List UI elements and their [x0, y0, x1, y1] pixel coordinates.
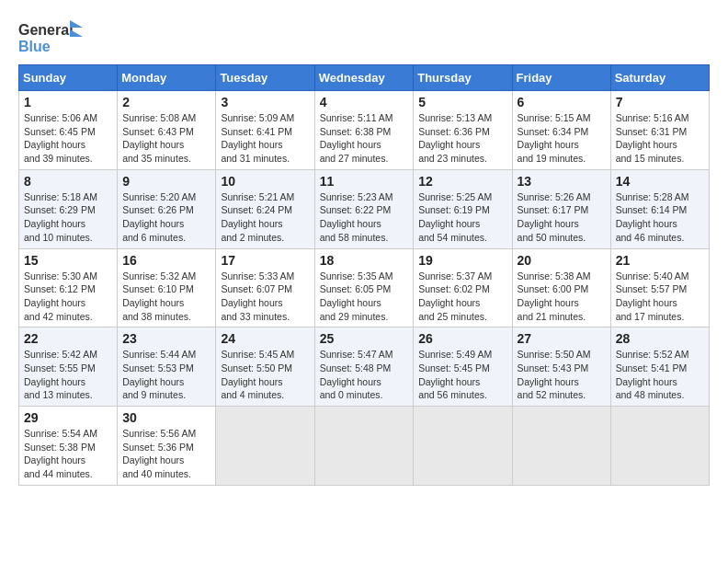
day-info-23: Sunrise: 5:44 AMSunset: 5:53 PMDaylight …: [122, 348, 210, 402]
day-number-21: 21: [616, 253, 704, 268]
empty-cell: [414, 407, 512, 486]
day-cell-1: 1Sunrise: 5:06 AMSunset: 6:45 PMDaylight…: [19, 91, 118, 170]
day-number-9: 9: [122, 174, 210, 189]
day-cell-30: 30Sunrise: 5:56 AMSunset: 5:36 PMDayligh…: [118, 407, 216, 486]
day-info-28: Sunrise: 5:52 AMSunset: 5:41 PMDaylight …: [616, 348, 704, 402]
day-number-13: 13: [518, 174, 606, 189]
week-row-2: 8Sunrise: 5:18 AMSunset: 6:29 PMDaylight…: [19, 169, 710, 248]
day-number-28: 28: [616, 331, 704, 346]
day-info-4: Sunrise: 5:11 AMSunset: 6:38 PMDaylight …: [320, 111, 409, 166]
day-info-11: Sunrise: 5:23 AMSunset: 6:22 PMDaylight …: [320, 190, 409, 245]
day-number-8: 8: [24, 174, 112, 189]
day-number-5: 5: [418, 95, 506, 109]
svg-text:Blue: Blue: [18, 39, 51, 54]
day-info-3: Sunrise: 5:09 AMSunset: 6:41 PMDaylight …: [221, 111, 309, 166]
day-number-12: 12: [418, 174, 506, 189]
day-info-5: Sunrise: 5:13 AMSunset: 6:36 PMDaylight …: [418, 111, 506, 166]
week-row-4: 22Sunrise: 5:42 AMSunset: 5:55 PMDayligh…: [19, 327, 710, 407]
day-info-27: Sunrise: 5:50 AMSunset: 5:43 PMDaylight …: [518, 348, 606, 402]
day-cell-24: 24Sunrise: 5:45 AMSunset: 5:50 PMDayligh…: [216, 327, 314, 407]
calendar-table: SundayMondayTuesdayWednesdayThursdayFrid…: [18, 64, 710, 486]
day-info-22: Sunrise: 5:42 AMSunset: 5:55 PMDaylight …: [24, 348, 112, 402]
day-number-17: 17: [221, 253, 309, 268]
day-cell-17: 17Sunrise: 5:33 AMSunset: 6:07 PMDayligh…: [216, 248, 314, 327]
day-cell-4: 4Sunrise: 5:11 AMSunset: 6:38 PMDaylight…: [314, 91, 414, 170]
col-header-saturday: Saturday: [610, 65, 709, 91]
svg-marker-3: [70, 29, 83, 37]
day-number-2: 2: [122, 95, 210, 109]
day-number-7: 7: [616, 95, 704, 109]
calendar-header-row: SundayMondayTuesdayWednesdayThursdayFrid…: [19, 65, 710, 91]
day-info-21: Sunrise: 5:40 AMSunset: 5:57 PMDaylight …: [616, 270, 704, 324]
day-info-10: Sunrise: 5:21 AMSunset: 6:24 PMDaylight …: [221, 190, 309, 245]
day-number-23: 23: [122, 331, 210, 346]
day-cell-9: 9Sunrise: 5:20 AMSunset: 6:26 PMDaylight…: [118, 169, 216, 248]
day-number-15: 15: [24, 253, 112, 268]
svg-marker-2: [70, 20, 83, 28]
day-number-26: 26: [418, 331, 506, 346]
col-header-thursday: Thursday: [414, 65, 512, 91]
day-number-14: 14: [616, 174, 704, 189]
day-number-16: 16: [122, 253, 210, 268]
day-info-13: Sunrise: 5:26 AMSunset: 6:17 PMDaylight …: [518, 190, 606, 245]
day-cell-16: 16Sunrise: 5:32 AMSunset: 6:10 PMDayligh…: [118, 248, 216, 327]
day-info-1: Sunrise: 5:06 AMSunset: 6:45 PMDaylight …: [24, 111, 112, 166]
day-info-2: Sunrise: 5:08 AMSunset: 6:43 PMDaylight …: [122, 111, 210, 166]
page-header: GeneralBlue: [18, 18, 710, 55]
col-header-sunday: Sunday: [19, 65, 118, 91]
day-cell-28: 28Sunrise: 5:52 AMSunset: 5:41 PMDayligh…: [610, 327, 709, 407]
day-info-8: Sunrise: 5:18 AMSunset: 6:29 PMDaylight …: [24, 190, 112, 245]
empty-cell: [314, 407, 414, 486]
day-number-6: 6: [518, 95, 606, 109]
col-header-tuesday: Tuesday: [216, 65, 314, 91]
day-cell-18: 18Sunrise: 5:35 AMSunset: 6:05 PMDayligh…: [314, 248, 414, 327]
day-number-10: 10: [221, 174, 309, 189]
day-info-29: Sunrise: 5:54 AMSunset: 5:38 PMDaylight …: [24, 427, 112, 481]
day-number-19: 19: [418, 253, 506, 268]
day-cell-19: 19Sunrise: 5:37 AMSunset: 6:02 PMDayligh…: [414, 248, 512, 327]
day-cell-20: 20Sunrise: 5:38 AMSunset: 6:00 PMDayligh…: [512, 248, 610, 327]
day-info-20: Sunrise: 5:38 AMSunset: 6:00 PMDaylight …: [518, 270, 606, 324]
day-number-22: 22: [24, 331, 112, 346]
day-cell-14: 14Sunrise: 5:28 AMSunset: 6:14 PMDayligh…: [610, 169, 709, 248]
day-cell-13: 13Sunrise: 5:26 AMSunset: 6:17 PMDayligh…: [512, 169, 610, 248]
day-number-27: 27: [518, 331, 606, 346]
day-cell-25: 25Sunrise: 5:47 AMSunset: 5:48 PMDayligh…: [314, 327, 414, 407]
week-row-3: 15Sunrise: 5:30 AMSunset: 6:12 PMDayligh…: [19, 248, 710, 327]
logo: GeneralBlue: [18, 18, 92, 55]
day-info-14: Sunrise: 5:28 AMSunset: 6:14 PMDaylight …: [616, 190, 704, 245]
day-cell-10: 10Sunrise: 5:21 AMSunset: 6:24 PMDayligh…: [216, 169, 314, 248]
day-cell-21: 21Sunrise: 5:40 AMSunset: 5:57 PMDayligh…: [610, 248, 709, 327]
day-cell-29: 29Sunrise: 5:54 AMSunset: 5:38 PMDayligh…: [19, 407, 118, 486]
day-cell-11: 11Sunrise: 5:23 AMSunset: 6:22 PMDayligh…: [314, 169, 414, 248]
day-number-4: 4: [320, 95, 409, 109]
day-info-9: Sunrise: 5:20 AMSunset: 6:26 PMDaylight …: [122, 190, 210, 245]
day-number-24: 24: [221, 331, 309, 346]
col-header-monday: Monday: [118, 65, 216, 91]
col-header-friday: Friday: [512, 65, 610, 91]
day-number-18: 18: [320, 253, 409, 268]
empty-cell: [512, 407, 610, 486]
day-info-6: Sunrise: 5:15 AMSunset: 6:34 PMDaylight …: [518, 111, 606, 166]
day-cell-6: 6Sunrise: 5:15 AMSunset: 6:34 PMDaylight…: [512, 91, 610, 170]
logo-svg: GeneralBlue: [18, 18, 92, 55]
day-cell-23: 23Sunrise: 5:44 AMSunset: 5:53 PMDayligh…: [118, 327, 216, 407]
day-number-30: 30: [122, 410, 210, 425]
week-row-5: 29Sunrise: 5:54 AMSunset: 5:38 PMDayligh…: [19, 407, 710, 486]
day-info-17: Sunrise: 5:33 AMSunset: 6:07 PMDaylight …: [221, 270, 309, 324]
day-cell-12: 12Sunrise: 5:25 AMSunset: 6:19 PMDayligh…: [414, 169, 512, 248]
day-cell-15: 15Sunrise: 5:30 AMSunset: 6:12 PMDayligh…: [19, 248, 118, 327]
day-cell-2: 2Sunrise: 5:08 AMSunset: 6:43 PMDaylight…: [118, 91, 216, 170]
day-info-19: Sunrise: 5:37 AMSunset: 6:02 PMDaylight …: [418, 270, 506, 324]
empty-cell: [610, 407, 709, 486]
day-info-15: Sunrise: 5:30 AMSunset: 6:12 PMDaylight …: [24, 270, 112, 324]
day-info-25: Sunrise: 5:47 AMSunset: 5:48 PMDaylight …: [320, 348, 409, 402]
day-cell-26: 26Sunrise: 5:49 AMSunset: 5:45 PMDayligh…: [414, 327, 512, 407]
day-number-3: 3: [221, 95, 309, 109]
day-cell-7: 7Sunrise: 5:16 AMSunset: 6:31 PMDaylight…: [610, 91, 709, 170]
day-info-30: Sunrise: 5:56 AMSunset: 5:36 PMDaylight …: [122, 427, 210, 481]
empty-cell: [216, 407, 314, 486]
day-info-18: Sunrise: 5:35 AMSunset: 6:05 PMDaylight …: [320, 270, 409, 324]
day-cell-8: 8Sunrise: 5:18 AMSunset: 6:29 PMDaylight…: [19, 169, 118, 248]
day-cell-3: 3Sunrise: 5:09 AMSunset: 6:41 PMDaylight…: [216, 91, 314, 170]
